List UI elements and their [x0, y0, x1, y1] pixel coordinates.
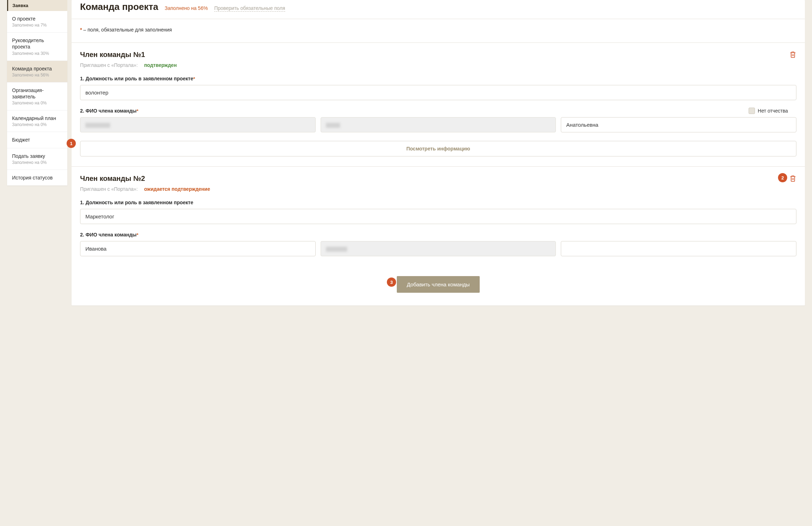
page-title: Команда проекта [80, 1, 158, 12]
invite-label: Приглашен с «Портала»: [80, 186, 138, 192]
sidebar-item-label: Подать заявку [12, 153, 62, 159]
fio-field-label: 2. ФИО члена команды* [80, 108, 139, 114]
invite-label: Приглашен с «Портала»: [80, 62, 138, 68]
asterisk-icon: * [80, 27, 82, 33]
sidebar-item-sub: Заполнено на 0% [12, 122, 62, 127]
sidebar-header: Заявка [7, 0, 67, 11]
asterisk-icon: * [137, 232, 139, 238]
sidebar-item-submit[interactable]: Подать заявку Заполнено на 0% [7, 148, 67, 170]
sidebar-item-org[interactable]: Организация-заявитель Заполнено на 0% [7, 82, 67, 110]
delete-member-button[interactable] [789, 51, 796, 59]
role-field-label: 1. Должность или роль в заявленном проек… [80, 200, 796, 205]
view-info-button[interactable]: Посмотреть информацию [80, 141, 796, 156]
patronymic-input[interactable] [561, 117, 796, 132]
fio-field-label: 2. ФИО члена команды* [80, 232, 796, 238]
sidebar-item-sub: Заполнено на 7% [12, 23, 62, 28]
sidebar-item-label: Команда проекта [12, 65, 62, 72]
patronymic-input[interactable] [561, 241, 796, 256]
check-required-link[interactable]: Проверить обязательные поля [214, 5, 285, 12]
main-content: 1 Команда проекта Заполнено на 56% Прове… [72, 0, 805, 305]
annotation-badge-3: 3 [387, 278, 396, 287]
main-header: Команда проекта Заполнено на 56% Провери… [72, 0, 805, 19]
member-title: Член команды №1 [80, 51, 145, 59]
first-name-input [321, 241, 556, 256]
no-patronymic-row: Нет отчества [749, 108, 788, 114]
sidebar-item-sub: Заполнено на 56% [12, 73, 62, 78]
annotation-badge-1: 1 [67, 139, 76, 148]
no-patronymic-label: Нет отчества [758, 108, 788, 114]
trash-icon [789, 51, 796, 58]
sidebar-item-history[interactable]: История статусов [7, 170, 67, 185]
last-name-input [80, 117, 316, 132]
team-member-2: 2 Член команды №2 Приглашен с «Портала»:… [72, 167, 805, 266]
sidebar-item-sub: Заполнено на 0% [12, 101, 62, 105]
role-input[interactable] [80, 85, 796, 100]
add-member-button[interactable]: Добавить члена команды [397, 276, 480, 293]
sidebar-item-sub: Заполнено на 30% [12, 51, 62, 56]
first-name-input [321, 117, 556, 132]
sidebar-item-label: Руководитель проекта [12, 37, 62, 50]
delete-member-button[interactable] [789, 175, 796, 183]
sidebar-item-budget[interactable]: Бюджет [7, 132, 67, 148]
no-patronymic-checkbox[interactable] [749, 108, 755, 114]
asterisk-icon: * [193, 76, 195, 81]
last-name-input[interactable] [80, 241, 316, 256]
fill-status: Заполнено на 56% [165, 5, 208, 11]
member-title: Член команды №2 [80, 175, 145, 183]
sidebar-item-calendar[interactable]: Календарный план Заполнено на 0% [7, 110, 67, 132]
sidebar-item-about[interactable]: О проекте Заполнено на 7% [7, 11, 67, 33]
required-note-text: – поля, обязательные для заполнения [83, 27, 172, 33]
sidebar-item-leader[interactable]: Руководитель проекта Заполнено на 30% [7, 33, 67, 61]
role-input[interactable] [80, 209, 796, 224]
sidebar-item-label: О проекте [12, 16, 62, 22]
sidebar: Заявка О проекте Заполнено на 7% Руковод… [7, 0, 67, 305]
invite-status: подтвержден [144, 62, 177, 68]
add-member-row: 3 Добавить члена команды [72, 266, 805, 305]
sidebar-item-sub: Заполнено на 0% [12, 160, 62, 165]
sidebar-item-label: Календарный план [12, 115, 62, 121]
team-member-1: Член команды №1 Приглашен с «Портала»: п… [72, 43, 805, 166]
sidebar-item-label: История статусов [12, 175, 62, 181]
trash-icon [789, 175, 796, 182]
sidebar-item-label: Организация-заявитель [12, 87, 62, 100]
annotation-badge-2: 2 [778, 173, 787, 182]
sidebar-items: О проекте Заполнено на 7% Руководитель п… [7, 11, 67, 185]
invite-status: ожидается подтверждение [144, 186, 210, 192]
required-note-section: * – поля, обязательные для заполнения [72, 19, 805, 42]
role-field-label: 1. Должность или роль в заявленном проек… [80, 76, 796, 81]
asterisk-icon: * [137, 108, 139, 114]
sidebar-item-label: Бюджет [12, 137, 62, 143]
sidebar-item-team[interactable]: Команда проекта Заполнено на 56% [7, 61, 67, 82]
